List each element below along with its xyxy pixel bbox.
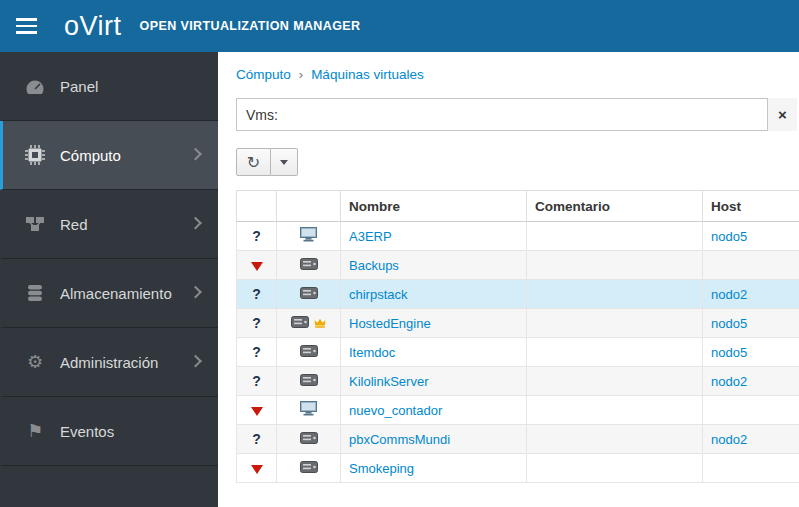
host-link[interactable]: nodo2 bbox=[711, 374, 747, 389]
vm-name-cell: nuevo_contador bbox=[341, 396, 527, 425]
gauge-icon bbox=[22, 78, 48, 95]
breadcrumb-separator-icon: › bbox=[299, 67, 303, 82]
chevron-right-icon bbox=[189, 286, 202, 299]
vm-host-cell: nodo5 bbox=[703, 222, 799, 251]
table-row-selected[interactable]: ? chirpstack nodo2 bbox=[237, 280, 799, 309]
table-row[interactable]: ? A3ERP nodo5 bbox=[237, 222, 799, 251]
vm-comment-cell bbox=[527, 251, 703, 280]
sidebar-item-eventos[interactable]: ⚑ Eventos bbox=[0, 397, 218, 466]
vm-name-link[interactable]: A3ERP bbox=[349, 229, 392, 244]
storage-icon bbox=[22, 284, 48, 302]
server-vm-icon bbox=[300, 287, 318, 302]
sidebar-item-computo[interactable]: Cómputo bbox=[0, 121, 218, 190]
refresh-options-dropdown-button[interactable] bbox=[271, 148, 298, 176]
host-link[interactable]: nodo5 bbox=[711, 345, 747, 360]
vm-name-link[interactable]: nuevo_contador bbox=[349, 403, 442, 418]
flag-icon: ⚑ bbox=[22, 420, 48, 442]
status-unknown-icon: ? bbox=[252, 344, 261, 360]
vm-name-link[interactable]: KilolinkServer bbox=[349, 374, 428, 389]
status-down-icon bbox=[251, 407, 263, 416]
vm-name-link[interactable]: HostedEngine bbox=[349, 316, 431, 331]
status-unknown-icon: ? bbox=[252, 286, 261, 302]
refresh-icon: ↻ bbox=[247, 153, 260, 172]
vm-name-cell: Itemdoc bbox=[341, 338, 527, 367]
host-link[interactable]: nodo5 bbox=[711, 229, 747, 244]
vm-comment-cell bbox=[527, 454, 703, 483]
vm-name-link[interactable]: Smokeping bbox=[349, 461, 414, 476]
vm-host-cell: nodo2 bbox=[703, 367, 799, 396]
vm-name-link[interactable]: Backups bbox=[349, 258, 399, 273]
comment-column-header[interactable]: Comentario bbox=[527, 191, 703, 222]
vm-name-link[interactable]: Itemdoc bbox=[349, 345, 395, 360]
status-column-header bbox=[237, 191, 277, 222]
table-row[interactable]: ? Itemdoc nodo5 bbox=[237, 338, 799, 367]
table-row[interactable]: ? pbxCommsMundi nodo2 bbox=[237, 425, 799, 454]
vm-host-cell: nodo5 bbox=[703, 338, 799, 367]
table-row[interactable]: ? HostedEngine nodo5 bbox=[237, 309, 799, 338]
desktop-vm-icon bbox=[300, 230, 317, 245]
breadcrumb-link-maquinas-virtuales[interactable]: Máquinas virtuales bbox=[311, 67, 424, 82]
sidebar-item-label: Red bbox=[60, 216, 88, 233]
table-row[interactable]: Backups bbox=[237, 251, 799, 280]
status-unknown-icon: ? bbox=[252, 315, 261, 331]
sidebar-item-almacenamiento[interactable]: Almacenamiento bbox=[0, 259, 218, 328]
breadcrumb: Cómputo › Máquinas virtuales bbox=[236, 64, 799, 84]
refresh-button[interactable]: ↻ bbox=[236, 148, 271, 176]
vm-name-cell: Smokeping bbox=[341, 454, 527, 483]
vm-name-cell: pbxCommsMundi bbox=[341, 425, 527, 454]
host-link[interactable]: nodo2 bbox=[711, 287, 747, 302]
sidebar-item-red[interactable]: Red bbox=[0, 190, 218, 259]
toolbar: ↻ bbox=[236, 148, 799, 176]
hamburger-menu-button[interactable] bbox=[0, 0, 52, 52]
sidebar-item-administracion[interactable]: ⚙ Administración bbox=[0, 328, 218, 397]
host-link[interactable]: nodo5 bbox=[711, 316, 747, 331]
server-vm-icon bbox=[300, 258, 318, 273]
vm-comment-cell bbox=[527, 309, 703, 338]
table-row[interactable]: ? KilolinkServer nodo2 bbox=[237, 367, 799, 396]
sidebar-item-label: Almacenamiento bbox=[60, 285, 172, 302]
status-down-icon bbox=[251, 465, 263, 474]
table-row[interactable]: Smokeping bbox=[237, 454, 799, 483]
server-vm-icon bbox=[300, 374, 318, 389]
desktop-vm-icon bbox=[300, 404, 317, 419]
breadcrumb-link-computo[interactable]: Cómputo bbox=[236, 67, 291, 82]
status-unknown-icon: ? bbox=[252, 431, 261, 447]
vm-name-link[interactable]: chirpstack bbox=[349, 287, 408, 302]
type-column-header bbox=[277, 191, 341, 222]
vm-name-cell: Backups bbox=[341, 251, 527, 280]
vm-comment-cell bbox=[527, 425, 703, 454]
vm-name-link[interactable]: pbxCommsMundi bbox=[349, 432, 450, 447]
vm-host-cell: nodo2 bbox=[703, 280, 799, 309]
server-vm-icon bbox=[300, 461, 318, 476]
table-header-row: Nombre Comentario Host bbox=[237, 191, 799, 222]
vm-comment-cell bbox=[527, 338, 703, 367]
vms-search-input[interactable] bbox=[288, 99, 767, 130]
status-unknown-icon: ? bbox=[252, 228, 261, 244]
caret-down-icon bbox=[280, 160, 288, 165]
vm-name-cell: A3ERP bbox=[341, 222, 527, 251]
processor-icon bbox=[22, 145, 48, 165]
host-link[interactable]: nodo2 bbox=[711, 432, 747, 447]
sidebar-item-label: Administración bbox=[60, 354, 158, 371]
vm-comment-cell bbox=[527, 396, 703, 425]
vm-host-cell bbox=[703, 396, 799, 425]
main-content: Cómputo › Máquinas virtuales Vms: × ↻ bbox=[218, 52, 799, 507]
table-row[interactable]: nuevo_contador bbox=[237, 396, 799, 425]
host-column-header[interactable]: Host bbox=[703, 191, 799, 222]
server-vm-icon bbox=[300, 432, 318, 447]
vm-comment-cell bbox=[527, 222, 703, 251]
hamburger-icon bbox=[16, 18, 37, 21]
sidebar: Panel Cómputo bbox=[0, 52, 218, 507]
chevron-right-icon bbox=[189, 148, 202, 161]
sidebar-item-panel[interactable]: Panel bbox=[0, 52, 218, 121]
vm-name-cell: HostedEngine bbox=[341, 309, 527, 338]
vm-comment-cell bbox=[527, 280, 703, 309]
gear-icon: ⚙ bbox=[22, 351, 48, 373]
vm-host-cell bbox=[703, 251, 799, 280]
status-unknown-icon: ? bbox=[252, 373, 261, 389]
status-down-icon bbox=[251, 262, 263, 271]
clear-search-button[interactable]: × bbox=[767, 98, 797, 131]
sidebar-item-label: Panel bbox=[60, 78, 98, 95]
sidebar-item-label: Cómputo bbox=[60, 147, 121, 164]
name-column-header[interactable]: Nombre bbox=[341, 191, 527, 222]
